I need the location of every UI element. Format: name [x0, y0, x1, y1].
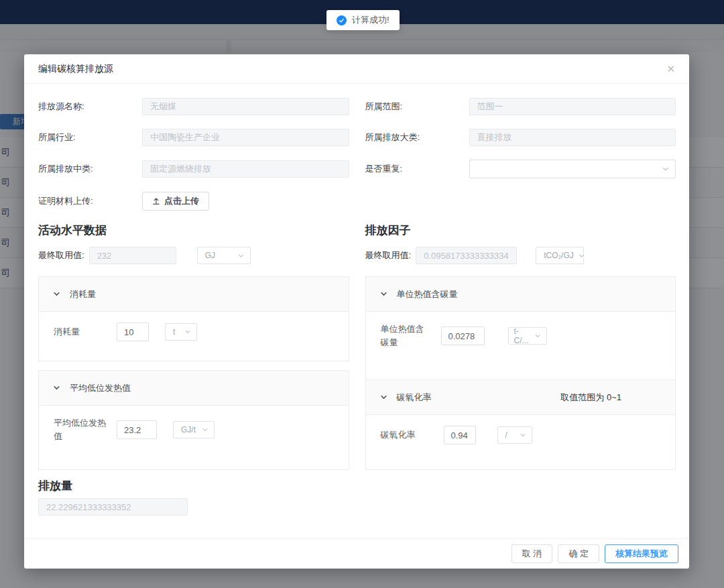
field-mid-category: 所属排放中类: [38, 160, 349, 178]
row-label: 单位热值含碳量 [381, 322, 432, 349]
field-label: 所属行业: [38, 131, 142, 143]
panel-title: 碳氧化率 [397, 392, 432, 404]
carbon-content-panel: 单位热值含碳量 单位热值含碳量 t-C/... [365, 276, 676, 379]
confirm-button[interactable]: 确 定 [558, 544, 599, 563]
chevron-down-icon [520, 432, 526, 438]
chevron-down-icon [202, 426, 208, 433]
field-label: 所属排放中类: [38, 163, 142, 175]
major-category-input [469, 129, 676, 146]
collapse-arrow-icon [52, 290, 61, 298]
final-value-label: 最终取用值: [38, 249, 84, 261]
field-label: 所属排放大类: [365, 131, 469, 143]
collapse-arrow-icon [379, 393, 388, 402]
unit-value: t [173, 327, 175, 337]
field-major-category: 所属排放大类: [365, 129, 676, 146]
collapse-arrow-icon [52, 384, 61, 392]
activity-unit-value: GJ [205, 251, 215, 260]
unit-value: GJ/t [181, 425, 196, 434]
close-icon[interactable]: ✕ [666, 64, 675, 74]
carbon-content-row: 单位热值含碳量 t-C/... [366, 312, 676, 349]
consumption-unit-select: t [165, 323, 197, 341]
activity-section-title: 活动水平数据 [38, 223, 349, 238]
field-scope: 所属范围: [365, 98, 676, 115]
heating-value-panel: 平均低位发热值 平均低位发热值 GJ/t [38, 370, 349, 470]
consumption-row: 消耗量 t [39, 312, 349, 341]
dialog-header: 编辑碳核算排放源 ✕ [24, 54, 689, 84]
factor-final-input [416, 247, 517, 264]
panel-title: 平均低位发热值 [70, 382, 131, 394]
field-label: 所属范围: [365, 101, 469, 113]
row-label: 碳氧化率 [381, 428, 434, 442]
success-check-icon [337, 15, 347, 25]
cancel-button[interactable]: 取 消 [511, 544, 553, 563]
duplicate-select[interactable] [469, 160, 676, 178]
factor-section-title: 排放因子 [365, 223, 676, 238]
dialog-title: 编辑碳核算排放源 [38, 63, 113, 75]
app-window: 新增 司 司 司 司 司 计算成功! 编辑碳核算排放源 ✕ 排放源名称: [0, 0, 724, 588]
mid-category-input [142, 160, 349, 178]
source-name-input [142, 98, 349, 115]
activity-data-section: 活动水平数据 最终取用值: GJ [38, 211, 349, 470]
form-grid: 排放源名称: 所属范围: 所属行业: 所属排放大类: 所属排放中类: [38, 98, 676, 192]
chevron-down-icon [184, 329, 191, 335]
panel-title: 消耗量 [70, 288, 96, 300]
final-value-label: 最终取用值: [365, 249, 412, 261]
carbon-content-input[interactable] [441, 327, 485, 345]
dialog-footer: 取 消 确 定 核算结果预览 [24, 538, 689, 569]
activity-final-row: 最终取用值: GJ [38, 247, 349, 264]
toast-message: 计算成功! [352, 14, 389, 26]
carbon-content-panel-header[interactable]: 单位热值含碳量 [366, 277, 676, 312]
field-label: 排放源名称: [38, 101, 142, 113]
oxidation-rate-panel-header[interactable]: 碳氧化率 取值范围为 0~1 [366, 380, 676, 415]
carbon-content-unit-select: t-C/... [508, 327, 547, 345]
value-range-hint: 取值范围为 0~1 [560, 392, 662, 404]
factor-final-row: 最终取用值: tCO₂/GJ [365, 247, 676, 264]
factor-unit-value: tCO₂/GJ [544, 251, 574, 260]
oxidation-rate-input[interactable] [444, 426, 476, 445]
collapse-arrow-icon [379, 290, 388, 298]
consumption-input[interactable] [117, 322, 149, 341]
heating-value-unit-select: GJ/t [173, 421, 215, 438]
unit-value: / [505, 430, 507, 440]
consumption-panel-header[interactable]: 消耗量 [39, 277, 349, 312]
activity-final-input [89, 247, 176, 264]
panel-title: 单位热值含碳量 [397, 288, 458, 300]
edit-emission-source-dialog: 编辑碳核算排放源 ✕ 排放源名称: 所属范围: 所属行业: 所属 [24, 54, 689, 569]
heating-value-panel-header[interactable]: 平均低位发热值 [39, 371, 349, 406]
emission-amount-section: 排放量 [38, 478, 676, 516]
scope-input [469, 98, 676, 115]
dialog-body: 排放源名称: 所属范围: 所属行业: 所属排放大类: 所属排放中类: [24, 84, 689, 516]
chevron-down-icon [534, 333, 541, 339]
emission-factor-section: 排放因子 最终取用值: tCO₂/GJ [365, 211, 676, 470]
oxidation-rate-panel: 碳氧化率 取值范围为 0~1 碳氧化率 / [365, 379, 676, 470]
emission-section-title: 排放量 [38, 478, 676, 493]
chevron-down-icon [578, 252, 585, 259]
field-label: 证明材料上传: [38, 195, 142, 207]
activity-unit-select: GJ [197, 247, 251, 264]
field-label: 是否重复: [365, 163, 469, 175]
upload-icon [152, 197, 160, 205]
consumption-panel: 消耗量 消耗量 t [38, 276, 349, 361]
field-industry: 所属行业: [38, 129, 349, 146]
field-upload: 证明材料上传: 点击上传 [38, 192, 676, 211]
chevron-down-icon [662, 165, 670, 173]
oxidation-rate-unit-select: / [497, 426, 532, 444]
upload-button[interactable]: 点击上传 [142, 192, 209, 211]
unit-value: t-C/... [514, 327, 530, 345]
oxidation-rate-row: 碳氧化率 / [366, 415, 676, 445]
row-label: 平均低位发热值 [54, 416, 107, 443]
upload-button-label: 点击上传 [164, 195, 199, 207]
industry-input [142, 129, 349, 146]
preview-result-button[interactable]: 核算结果预览 [605, 544, 678, 563]
row-label: 消耗量 [54, 325, 107, 339]
chevron-down-icon [237, 252, 245, 259]
factor-unit-select: tCO₂/GJ [536, 247, 584, 264]
heating-value-input[interactable] [117, 420, 157, 439]
emission-amount-input [38, 498, 188, 516]
success-toast: 计算成功! [326, 10, 400, 30]
heating-value-row: 平均低位发热值 GJ/t [39, 406, 349, 443]
field-duplicate: 是否重复: [365, 160, 676, 178]
field-source-name: 排放源名称: [38, 98, 349, 115]
